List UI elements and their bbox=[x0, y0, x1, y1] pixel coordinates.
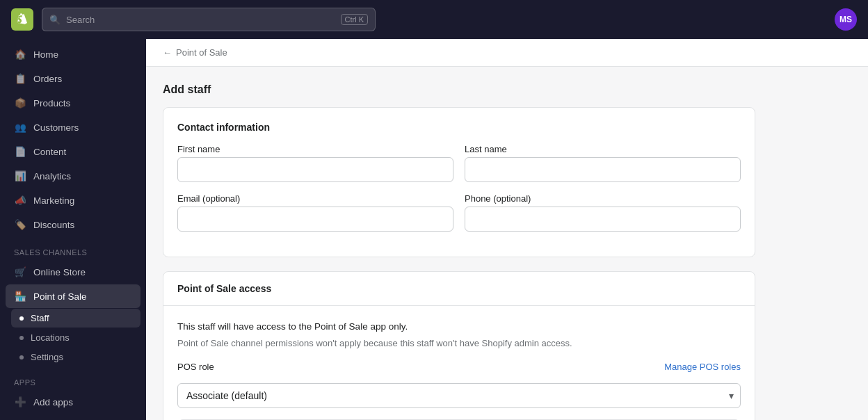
sidebar-item-analytics[interactable]: 📊 Analytics bbox=[6, 164, 140, 188]
settings-dot bbox=[19, 355, 24, 360]
email-input[interactable] bbox=[177, 207, 453, 232]
marketing-icon: 📣 bbox=[14, 194, 26, 207]
sidebar-item-pos[interactable]: 🏪 Point of Sale bbox=[6, 284, 140, 308]
contact-row: Email (optional) Phone (optional) bbox=[177, 193, 741, 232]
sidebar-apps-section: Apps ➕ Add apps bbox=[0, 370, 146, 417]
page-header: ← Point of Sale bbox=[146, 39, 868, 67]
sidebar-sub-item-settings[interactable]: Settings bbox=[11, 348, 140, 366]
first-name-label: First name bbox=[177, 144, 453, 154]
sidebar-item-marketing[interactable]: 📣 Marketing bbox=[6, 188, 140, 212]
sidebar: 🏠 Home 📋 Orders 📦 Products 👥 Customers 📄… bbox=[0, 39, 146, 420]
permissions-body: This staff will have access to the Point… bbox=[163, 306, 755, 420]
products-icon: 📦 bbox=[14, 97, 26, 109]
search-icon: 🔍 bbox=[49, 15, 61, 25]
sidebar-sub-item-staff[interactable]: Staff bbox=[11, 309, 140, 328]
topbar-right: MS bbox=[835, 8, 857, 31]
sidebar-label-home: Home bbox=[33, 49, 58, 60]
search-bar[interactable]: 🔍 Ctrl K bbox=[42, 8, 376, 31]
permission-info-text: This staff will have access to the Point… bbox=[177, 320, 741, 334]
home-icon: 🏠 bbox=[14, 48, 26, 60]
sidebar-label-orders: Orders bbox=[33, 74, 62, 84]
contact-info-title: Contact information bbox=[177, 122, 741, 133]
page-title: Add staff bbox=[163, 83, 755, 96]
orders-icon: 📋 bbox=[14, 72, 26, 85]
layout: 🏠 Home 📋 Orders 📦 Products 👥 Customers 📄… bbox=[0, 39, 868, 420]
first-name-input[interactable] bbox=[177, 157, 453, 182]
sidebar-label-content: Content bbox=[33, 147, 66, 157]
sidebar-sub-label-staff: Staff bbox=[31, 313, 49, 323]
online-store-icon: 🛒 bbox=[14, 266, 26, 278]
topbar: 🔍 Ctrl K MS bbox=[0, 0, 868, 39]
analytics-icon: 📊 bbox=[14, 170, 26, 182]
sidebar-main-nav: 🏠 Home 📋 Orders 📦 Products 👥 Customers 📄… bbox=[0, 39, 146, 240]
pos-role-select-wrapper: Associate (default) Manager Custom ▾ bbox=[177, 383, 741, 408]
locations-dot bbox=[19, 336, 24, 340]
email-label: Email (optional) bbox=[177, 193, 453, 204]
sidebar-item-orders[interactable]: 📋 Orders bbox=[6, 67, 140, 90]
discounts-icon: 🏷️ bbox=[14, 218, 26, 231]
shopify-logo bbox=[11, 8, 33, 31]
sidebar-label-pos: Point of Sale bbox=[33, 291, 87, 302]
phone-group: Phone (optional) bbox=[465, 193, 741, 232]
pos-role-label: POS role bbox=[177, 362, 214, 372]
sidebar-label-products: Products bbox=[33, 98, 70, 108]
avatar[interactable]: MS bbox=[835, 8, 857, 31]
sidebar-label-marketing: Marketing bbox=[33, 195, 74, 206]
sidebar-sales-channels-label: Sales channels bbox=[0, 243, 146, 259]
manage-pos-roles-link[interactable]: Manage POS roles bbox=[664, 362, 741, 372]
phone-input[interactable] bbox=[465, 207, 741, 232]
customers-icon: 👥 bbox=[14, 121, 26, 134]
permissions-card: Point of Sale access This staff will hav… bbox=[163, 271, 755, 420]
last-name-group: Last name bbox=[465, 144, 741, 182]
sidebar-label-add-apps: Add apps bbox=[33, 397, 73, 407]
sidebar-item-add-apps[interactable]: ➕ Add apps bbox=[6, 390, 140, 414]
content-icon: 📄 bbox=[14, 145, 26, 158]
sidebar-apps-label: Apps bbox=[0, 373, 146, 389]
search-input[interactable] bbox=[66, 15, 335, 25]
sidebar-item-content[interactable]: 📄 Content bbox=[6, 140, 140, 163]
add-apps-icon: ➕ bbox=[14, 396, 26, 408]
shopify-icon bbox=[15, 13, 29, 26]
first-name-group: First name bbox=[177, 144, 453, 182]
sidebar-item-discounts[interactable]: 🏷️ Discounts bbox=[6, 213, 140, 236]
sidebar-item-customers[interactable]: 👥 Customers bbox=[6, 115, 140, 139]
breadcrumb-back[interactable]: ← Point of Sale bbox=[163, 47, 227, 58]
sidebar-sales-channels: Sales channels 🛒 Online Store 🏪 Point of… bbox=[0, 240, 146, 370]
sidebar-item-online-store[interactable]: 🛒 Online Store bbox=[6, 260, 140, 284]
pos-role-select[interactable]: Associate (default) Manager Custom bbox=[177, 383, 741, 408]
staff-dot bbox=[19, 316, 24, 321]
name-row: First name Last name bbox=[177, 144, 741, 182]
sidebar-sub-label-settings: Settings bbox=[31, 352, 63, 362]
sidebar-item-products[interactable]: 📦 Products bbox=[6, 91, 140, 115]
breadcrumb-label: Point of Sale bbox=[176, 47, 227, 58]
contact-info-card: Contact information First name Last name… bbox=[163, 107, 755, 257]
pos-role-row: POS role Manage POS roles bbox=[177, 362, 741, 372]
permissions-header: Point of Sale access bbox=[163, 272, 755, 306]
sidebar-label-discounts: Discounts bbox=[33, 220, 74, 230]
sidebar-label-customers: Customers bbox=[33, 122, 79, 133]
content-area: Add staff Contact information First name… bbox=[146, 67, 772, 420]
phone-label: Phone (optional) bbox=[465, 193, 741, 204]
sidebar-label-online-store: Online Store bbox=[33, 267, 86, 277]
main-content: ← Point of Sale Add staff Contact inform… bbox=[146, 39, 868, 420]
back-arrow-icon: ← bbox=[163, 47, 172, 58]
sidebar-label-analytics: Analytics bbox=[33, 171, 71, 181]
sidebar-sub-label-locations: Locations bbox=[31, 332, 70, 343]
sidebar-item-home[interactable]: 🏠 Home bbox=[6, 42, 140, 66]
pos-icon: 🏪 bbox=[14, 290, 26, 302]
last-name-label: Last name bbox=[465, 144, 741, 154]
search-shortcut: Ctrl K bbox=[341, 14, 369, 25]
email-group: Email (optional) bbox=[177, 193, 453, 232]
sidebar-sub-item-locations[interactable]: Locations bbox=[11, 328, 140, 347]
last-name-input[interactable] bbox=[465, 157, 741, 182]
permission-note-text: Point of Sale channel permissions won't … bbox=[177, 337, 741, 350]
